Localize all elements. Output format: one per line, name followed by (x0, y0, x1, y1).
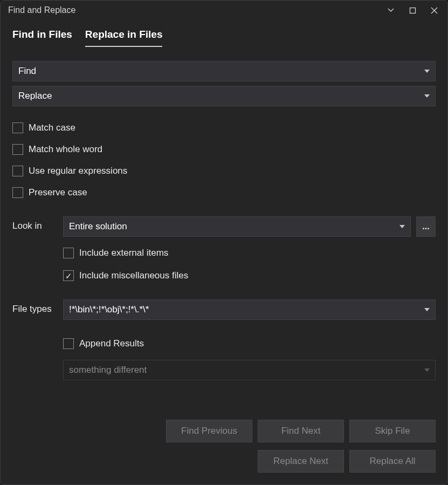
maximize-icon[interactable] (404, 2, 421, 18)
find-input-text: Find (18, 66, 36, 77)
match-whole-word-checkbox[interactable] (12, 144, 23, 155)
look-in-combo[interactable]: Entire solution (63, 216, 411, 237)
skip-file-button[interactable]: Skip File (349, 420, 436, 442)
replace-next-button[interactable]: Replace Next (258, 450, 344, 473)
preserve-case-checkbox[interactable] (12, 187, 23, 198)
tab-strip: Find in Files Replace in Files (1, 20, 447, 47)
file-types-value: !*\bin\*;!*\obj\*;!*\.*\* (69, 304, 149, 315)
look-in-label: Look in (12, 216, 63, 231)
button-area: Find Previous Find Next Skip File Replac… (1, 420, 447, 484)
preserve-case-label: Preserve case (29, 187, 87, 198)
find-next-button[interactable]: Find Next (258, 420, 344, 442)
look-in-value: Entire solution (69, 221, 127, 232)
close-icon[interactable] (426, 2, 442, 18)
results-preset-combo: something different (63, 360, 436, 380)
append-results-label: Append Results (79, 338, 144, 349)
svg-rect-0 (410, 8, 415, 13)
match-case-label: Match case (29, 122, 75, 133)
chevron-down-icon (424, 94, 430, 98)
find-previous-button[interactable]: Find Previous (166, 420, 252, 442)
dialog-body: Find Replace Match case Match whole word… (1, 47, 447, 420)
include-misc-label: Include miscellaneous files (79, 270, 188, 281)
find-input[interactable]: Find (12, 61, 436, 81)
chevron-down-icon (424, 368, 430, 372)
include-external-label: Include external items (79, 248, 168, 258)
chevron-down-icon (424, 70, 430, 73)
use-regex-checkbox[interactable] (12, 166, 23, 176)
chevron-down-icon (424, 308, 430, 311)
chevron-down-icon (399, 225, 405, 228)
append-results-checkbox[interactable] (63, 338, 74, 349)
replace-all-button[interactable]: Replace All (349, 450, 436, 473)
window-title: Find and Replace (8, 5, 383, 15)
minimize-icon[interactable] (383, 2, 399, 18)
match-case-checkbox[interactable] (12, 122, 23, 133)
replace-input[interactable]: Replace (12, 86, 436, 106)
find-replace-window: Find and Replace Find in Files Replace i… (0, 0, 448, 485)
match-whole-word-label: Match whole word (29, 144, 102, 155)
include-external-checkbox[interactable] (63, 248, 74, 258)
file-types-combo[interactable]: !*\bin\*;!*\obj\*;!*\.*\* (63, 299, 436, 320)
include-misc-checkbox[interactable] (63, 270, 74, 281)
replace-input-text: Replace (18, 91, 52, 101)
browse-button[interactable]: ... (416, 216, 436, 237)
titlebar: Find and Replace (1, 1, 447, 20)
tab-replace-in-files[interactable]: Replace in Files (85, 25, 163, 47)
use-regex-label: Use regular expressions (29, 166, 127, 176)
titlebar-controls (383, 2, 442, 18)
tab-find-in-files[interactable]: Find in Files (12, 25, 72, 47)
file-types-label: File types (12, 299, 63, 315)
results-preset-value: something different (69, 365, 147, 375)
